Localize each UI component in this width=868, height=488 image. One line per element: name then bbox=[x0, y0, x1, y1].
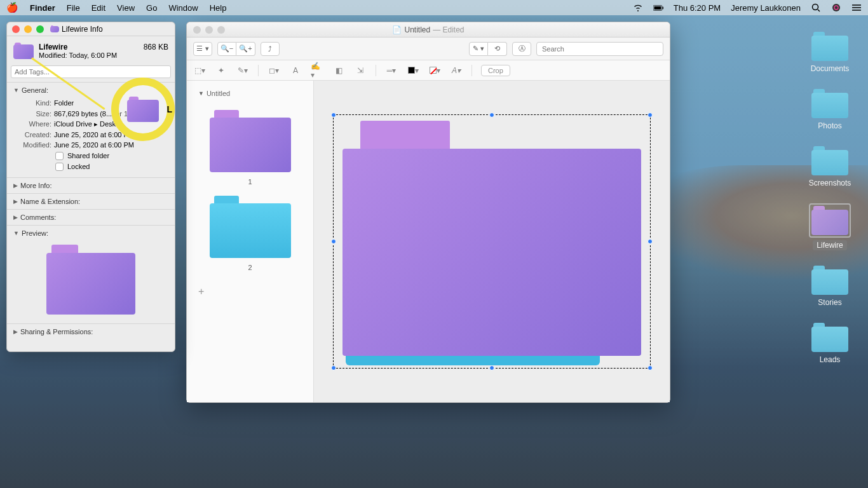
crop-button[interactable]: Crop bbox=[481, 65, 510, 76]
resize-handle-nw[interactable] bbox=[331, 112, 336, 118]
border-color-icon[interactable]: ▾ bbox=[407, 64, 419, 77]
info-window-title: Lifewire Info bbox=[62, 25, 103, 34]
document-icon: 📄 bbox=[392, 25, 402, 34]
section-comments[interactable]: ▶Comments: bbox=[13, 212, 168, 222]
close-icon[interactable] bbox=[193, 26, 201, 34]
zoom-in-button[interactable]: 🔍+ bbox=[236, 42, 255, 56]
menubar-clock[interactable]: Thu 6:20 PM bbox=[674, 3, 721, 13]
resize-handle-w[interactable] bbox=[331, 239, 336, 244]
menubar-user[interactable]: Jeremy Laukkonen bbox=[731, 3, 801, 13]
minimize-icon[interactable] bbox=[24, 25, 32, 33]
resize-handle-ne[interactable] bbox=[648, 112, 653, 118]
battery-icon[interactable] bbox=[653, 3, 663, 13]
adjust-size-icon[interactable]: ⇲ bbox=[354, 64, 367, 77]
shapes-icon[interactable]: ◻▾ bbox=[268, 64, 280, 77]
section-name-ext[interactable]: ▶Name & Extension: bbox=[13, 196, 168, 207]
value-created: June 25, 2020 at 6:00 PM bbox=[54, 130, 168, 140]
info-file-size: 868 KB bbox=[144, 43, 168, 51]
sidebar-toggle-button[interactable]: ☰ ▾ bbox=[193, 42, 212, 56]
markup-button[interactable]: Ⓐ bbox=[512, 42, 531, 56]
info-header-folder-icon[interactable] bbox=[13, 43, 34, 59]
preview-sidebar: ▼Untitled 1 2 + bbox=[187, 81, 314, 402]
resize-handle-se[interactable] bbox=[648, 365, 653, 370]
desktop-folder-photos[interactable]: Photos bbox=[804, 89, 855, 131]
svg-rect-1 bbox=[662, 6, 663, 9]
label-modified: Modified: bbox=[18, 140, 51, 151]
locked-checkbox[interactable] bbox=[55, 163, 64, 171]
close-icon[interactable] bbox=[12, 25, 20, 33]
sidebar-header[interactable]: ▼Untitled bbox=[193, 87, 307, 100]
preview-titlebar[interactable]: 📄Untitled — Edited bbox=[187, 22, 670, 37]
value-kind: Folder bbox=[54, 98, 168, 109]
spotlight-icon[interactable] bbox=[811, 3, 821, 13]
desktop-folder-lifewire[interactable]: Lifewire bbox=[804, 203, 855, 250]
preview-canvas[interactable] bbox=[314, 81, 670, 402]
zoom-out-button[interactable]: 🔍− bbox=[217, 42, 236, 56]
preview-window: 📄Untitled — Edited ☰ ▾ 🔍− 🔍+ ⤴ ✎ ▾ ⟲ Ⓐ ⬚… bbox=[186, 22, 670, 403]
menu-file[interactable]: File bbox=[67, 3, 80, 13]
section-preview[interactable]: ▼Preview: bbox=[13, 228, 168, 238]
desktop-folder-screenshots[interactable]: Screenshots bbox=[804, 146, 855, 188]
instant-alpha-icon[interactable]: ✦ bbox=[215, 64, 227, 77]
desktop-folder-documents[interactable]: Documents bbox=[804, 32, 855, 74]
menu-go[interactable]: Go bbox=[146, 3, 157, 13]
info-modified-summary: Modified: Today, 6:00 PM bbox=[39, 51, 139, 59]
shared-folder-checkbox[interactable] bbox=[55, 152, 64, 160]
font-style-icon[interactable]: A▾ bbox=[450, 64, 463, 77]
wifi-icon[interactable] bbox=[633, 3, 643, 13]
apple-menu-icon[interactable]: 🍎 bbox=[6, 2, 18, 13]
section-sharing[interactable]: ▶Sharing & Permissions: bbox=[13, 327, 168, 337]
label-kind: Kind: bbox=[18, 98, 51, 109]
pencil-icon[interactable]: ✎▾ bbox=[236, 64, 249, 77]
menu-help[interactable]: Help bbox=[210, 3, 227, 13]
shared-folder-label: Shared folder bbox=[67, 152, 109, 159]
selection-tool-icon[interactable]: ⬚▾ bbox=[193, 64, 206, 77]
notification-center-icon[interactable] bbox=[851, 3, 862, 13]
highlight-button[interactable]: ✎ ▾ bbox=[469, 42, 488, 56]
desktop-folder-stories[interactable]: Stories bbox=[804, 266, 855, 308]
zoom-icon[interactable] bbox=[217, 26, 225, 34]
resize-handle-sw[interactable] bbox=[331, 365, 336, 370]
app-menu[interactable]: Finder bbox=[30, 3, 55, 13]
preview-toolbar: ☰ ▾ 🔍− 🔍+ ⤴ ✎ ▾ ⟲ Ⓐ bbox=[187, 37, 670, 60]
svg-rect-2 bbox=[654, 6, 661, 9]
rotate-button[interactable]: ⟲ bbox=[488, 42, 507, 56]
add-page-button[interactable]: + bbox=[193, 281, 307, 302]
label-where: Where: bbox=[18, 119, 51, 130]
thumbnail-1[interactable]: 1 bbox=[200, 109, 301, 186]
resize-handle-n[interactable] bbox=[489, 112, 494, 118]
tags-input[interactable] bbox=[11, 65, 171, 78]
info-header: Lifewire Modified: Today, 6:00 PM 868 KB bbox=[7, 36, 175, 65]
menu-window[interactable]: Window bbox=[168, 3, 198, 13]
desktop-icons: Documents Photos Screenshots Lifewire St… bbox=[804, 32, 855, 365]
minimize-icon[interactable] bbox=[205, 26, 213, 34]
search-input[interactable] bbox=[536, 42, 663, 56]
menubar: 🍎 Finder File Edit View Go Window Help T… bbox=[0, 0, 868, 15]
border-style-icon[interactable]: ═▾ bbox=[385, 64, 398, 77]
section-more-info[interactable]: ▶More Info: bbox=[13, 180, 168, 191]
resize-handle-e[interactable] bbox=[648, 239, 653, 244]
thumbnail-2[interactable]: 2 bbox=[200, 195, 301, 271]
siri-icon[interactable] bbox=[831, 3, 841, 13]
text-icon[interactable]: 𝖠 bbox=[289, 64, 302, 77]
zoom-icon[interactable] bbox=[36, 25, 44, 33]
preview-folder-icon bbox=[46, 245, 135, 315]
menu-view[interactable]: View bbox=[117, 3, 135, 13]
info-file-name: Lifewire bbox=[39, 43, 139, 51]
menu-edit[interactable]: Edit bbox=[92, 3, 105, 13]
desktop-folder-leads[interactable]: Leads bbox=[804, 323, 855, 365]
info-titlebar[interactable]: Lifewire Info bbox=[7, 22, 175, 36]
selection-marquee[interactable] bbox=[333, 114, 651, 369]
preview-title-text: Untitled bbox=[404, 25, 430, 34]
sign-icon[interactable]: ✍▾ bbox=[311, 64, 323, 77]
resize-handle-s[interactable] bbox=[489, 365, 494, 370]
svg-point-5 bbox=[832, 4, 840, 11]
share-button[interactable]: ⤴ bbox=[261, 42, 280, 56]
fill-color-icon[interactable]: ▾ bbox=[428, 64, 441, 77]
label-size: Size: bbox=[18, 109, 51, 119]
section-general[interactable]: ▼General: bbox=[13, 85, 168, 95]
label-created: Created: bbox=[18, 130, 51, 140]
svg-line-4 bbox=[818, 10, 820, 11]
preview-edited-status: — Edited bbox=[433, 25, 464, 34]
adjust-color-icon[interactable]: ◧ bbox=[332, 64, 345, 77]
